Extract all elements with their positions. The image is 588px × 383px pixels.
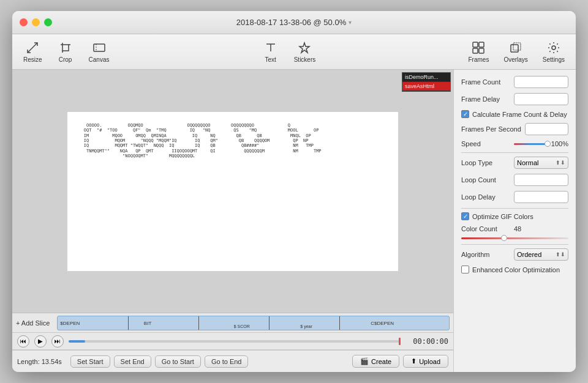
color-track	[461, 237, 568, 239]
loop-delay-label: Loop Delay	[461, 193, 510, 201]
toolbar-frames[interactable]: Frames	[462, 38, 496, 65]
toolbar-crop[interactable]: Crop	[51, 38, 80, 65]
color-thumb[interactable]	[501, 235, 507, 241]
calc-checkbox-row: ✓ Calculate Frame Count & Delay	[461, 110, 568, 118]
loop-count-row: Loop Count ▲ ▼	[461, 174, 568, 186]
toolbar-overlays[interactable]: Overlays	[497, 38, 533, 65]
speed-thumb[interactable]	[545, 141, 551, 147]
minimize-button[interactable]	[32, 18, 40, 26]
upload-icon: ⬆	[411, 357, 417, 365]
go-to-start-button[interactable]: Go to Start	[155, 355, 201, 368]
upload-button[interactable]: ⬆ Upload	[403, 355, 448, 368]
loop-delay-row: Loop Delay ▲ ▼	[461, 191, 568, 203]
loop-delay-value[interactable]	[514, 193, 568, 201]
tick-2	[198, 316, 199, 330]
frame-count-row: Frame Count ▲ ▼	[461, 76, 568, 88]
color-count-label: Color Count	[461, 225, 510, 232]
toolbar-stickers-label: Stickers	[294, 56, 316, 63]
create-button[interactable]: 🎬 Create	[352, 355, 399, 368]
svg-point-15	[552, 46, 556, 50]
loop-type-arrow: ⬆⬇	[556, 160, 565, 166]
toolbar-right: Frames Overlays Settings	[462, 38, 571, 65]
skip-forward-button[interactable]: ⏭	[51, 335, 64, 348]
canvas-area: OOOOO. OQQMQO OQQQQQQQO OQQQQQQQO Q OQT …	[12, 70, 453, 372]
svg-rect-11	[473, 48, 478, 53]
fps-value[interactable]	[526, 125, 568, 133]
stickers-icon	[297, 40, 312, 55]
optimize-checkbox-row: ✓ Optimize GIF Colors	[461, 212, 568, 220]
frames-icon	[471, 40, 486, 55]
calc-checkbox[interactable]: ✓	[461, 110, 469, 118]
frame-count-value[interactable]	[514, 78, 568, 86]
maximize-button[interactable]	[44, 18, 52, 26]
toolbar-text[interactable]: Text	[256, 38, 285, 65]
frame-count-input[interactable]: ▲ ▼	[514, 76, 568, 88]
loop-type-select[interactable]: Normal ⬆⬇	[514, 157, 568, 169]
algorithm-arrow: ⬆⬇	[556, 251, 565, 258]
timeline-label-year: $ year	[300, 324, 312, 329]
window-title: 2018-08-17 13-38-06 @ 50.0% ▾	[236, 18, 352, 27]
toolbar-frames-label: Frames	[469, 56, 489, 63]
canvas-view[interactable]: OOOOO. OQQMQO OQQQQQQQO OQQQQQQQO Q OQT …	[12, 70, 453, 313]
frame-delay-input[interactable]: ▲ ▼	[514, 93, 568, 105]
algorithm-select[interactable]: Ordered ⬆⬇	[514, 248, 568, 261]
add-slice-button[interactable]: + Add Slice	[12, 318, 53, 329]
toolbar-resize-label: Resize	[23, 56, 42, 63]
loop-count-input[interactable]: ▲ ▼	[514, 174, 568, 186]
window-controls	[20, 18, 52, 26]
loop-count-value[interactable]	[514, 176, 568, 184]
preview-row-1: isDemoRun...	[402, 73, 450, 82]
divider-1	[461, 152, 568, 153]
progress-bar[interactable]	[69, 340, 401, 343]
set-start-button[interactable]: Set Start	[70, 355, 110, 368]
enhanced-checkbox[interactable]	[461, 266, 469, 273]
toolbar-resize[interactable]: Resize	[17, 38, 48, 65]
frame-delay-label: Frame Delay	[461, 95, 510, 103]
toolbar: Resize Crop Canvas Text	[12, 34, 576, 70]
skip-back-button[interactable]: ⏮	[17, 335, 29, 348]
toolbar-stickers[interactable]: Stickers	[288, 38, 322, 65]
toolbar-canvas[interactable]: Canvas	[83, 38, 116, 65]
timecode: 00:00:00	[405, 337, 448, 346]
toolbar-settings-label: Settings	[543, 56, 565, 63]
timeline-track[interactable]: $DEPEN BIT $ SCOR $ year C$DEPEN	[57, 316, 450, 330]
toolbar-canvas-label: Canvas	[89, 56, 110, 63]
color-slider-row	[461, 237, 568, 239]
speed-slider[interactable]	[514, 143, 548, 145]
progress-fill	[69, 340, 85, 343]
svg-rect-10	[479, 42, 484, 47]
toolbar-text-label: Text	[265, 56, 276, 63]
svg-rect-14	[513, 43, 521, 50]
preview-row-2: saveAsHtml	[402, 82, 450, 91]
optimize-checkbox[interactable]: ✓	[461, 212, 469, 220]
algorithm-row: Algorithm Ordered ⬆⬇	[461, 248, 568, 261]
ascii-art-canvas: OOOOO. OQQMQO OQQQQQQQO OQQQQQQQO Q OQT …	[67, 112, 398, 271]
color-slider[interactable]	[461, 237, 568, 239]
loop-count-label: Loop Count	[461, 176, 510, 184]
svg-marker-8	[300, 43, 309, 53]
speed-row: Speed 100%	[461, 140, 568, 147]
timeline-label-score: $ SCOR	[234, 324, 250, 329]
fps-input[interactable]: ▲ ▼	[525, 123, 568, 135]
go-to-end-button[interactable]: Go to End	[205, 355, 249, 368]
toolbar-center: Text Stickers	[115, 38, 462, 65]
divider-2	[461, 208, 568, 209]
set-end-button[interactable]: Set End	[114, 355, 151, 368]
calc-checkbox-label: Calculate Frame Count & Delay	[472, 111, 567, 118]
frame-delay-value[interactable]	[514, 95, 568, 103]
preview-thumbnail: isDemoRun... saveAsHtml	[402, 72, 451, 92]
settings-icon	[546, 40, 561, 55]
color-count-row: Color Count 48	[461, 225, 568, 232]
frame-count-label: Frame Count	[461, 78, 510, 86]
loop-type-label: Loop Type	[461, 159, 510, 166]
play-button[interactable]: ▶	[34, 335, 47, 348]
loop-type-row: Loop Type Normal ⬆⬇	[461, 157, 568, 169]
overlays-icon	[508, 40, 523, 55]
title-chevron: ▾	[349, 19, 352, 26]
playback-bar: ⏮ ▶ ⏭ 00:00:00	[12, 333, 453, 350]
close-button[interactable]	[20, 18, 28, 26]
speed-track	[514, 143, 548, 145]
toolbar-settings[interactable]: Settings	[537, 38, 571, 65]
timeline-label-2: BIT	[144, 320, 151, 325]
loop-delay-input[interactable]: ▲ ▼	[514, 191, 568, 203]
